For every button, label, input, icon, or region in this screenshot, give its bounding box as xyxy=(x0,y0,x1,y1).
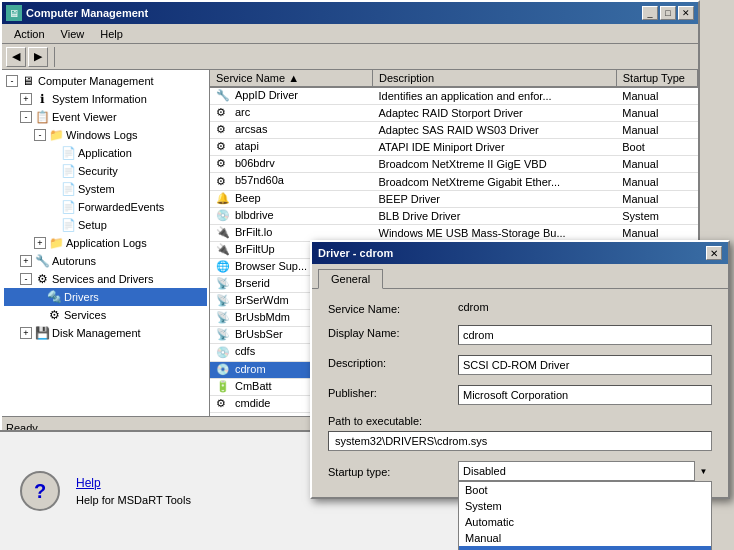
col-description[interactable]: Description xyxy=(373,70,617,87)
service-name-cell: 💿blbdrive xyxy=(210,207,373,224)
startup-dropdown-list: Boot System Automatic Manual Disabled Au… xyxy=(458,481,712,550)
dropdown-selected[interactable]: Disabled xyxy=(458,461,712,481)
tree-item-system-info[interactable]: + ℹ System Information xyxy=(4,90,207,108)
expand-icon[interactable]: - xyxy=(34,129,46,141)
startup-type-label: Startup type: xyxy=(328,464,458,478)
service-name-cell: 🔧AppID Driver xyxy=(210,87,373,105)
title-bar-buttons: _ □ ✕ xyxy=(642,6,694,20)
help-description: Help for MSDaRT Tools xyxy=(76,494,191,506)
description-row: Description: xyxy=(328,355,712,375)
tree-label: System Information xyxy=(52,93,147,105)
tree-label: Services and Drivers xyxy=(52,273,153,285)
wl-icon: 📁 xyxy=(48,127,64,143)
option-automatic[interactable]: Automatic xyxy=(459,514,711,530)
tree-item-forwarded[interactable]: 📄 ForwardedEvents xyxy=(4,198,207,216)
service-desc-cell: Identifies an application and enfor... xyxy=(373,87,617,105)
service-desc-cell: BEEP Driver xyxy=(373,190,617,207)
expand-icon[interactable]: + xyxy=(20,93,32,105)
tree-item-event-viewer[interactable]: - 📋 Event Viewer xyxy=(4,108,207,126)
service-name-value: cdrom xyxy=(458,301,712,313)
table-row[interactable]: 🔔BeepBEEP DriverManual xyxy=(210,190,698,207)
table-row[interactable]: ⚙arcAdaptec RAID Storport DriverManual xyxy=(210,105,698,122)
option-system[interactable]: System xyxy=(459,498,711,514)
tab-general[interactable]: General xyxy=(318,269,383,289)
maximize-button[interactable]: □ xyxy=(660,6,676,20)
service-desc-cell: Windows ME USB Mass-Storage Bu... xyxy=(373,224,617,241)
service-startup-cell: Manual xyxy=(616,105,697,122)
tree-item-setup[interactable]: 📄 Setup xyxy=(4,216,207,234)
tree-item-services-drivers[interactable]: - ⚙ Services and Drivers xyxy=(4,270,207,288)
service-name-cell: ⚙arcsas xyxy=(210,122,373,139)
svc-icon: ⚙ xyxy=(46,307,62,323)
table-row[interactable]: ⚙b57nd60aBroadcom NetXtreme Gigabit Ethe… xyxy=(210,173,698,190)
window-title: Computer Management xyxy=(26,7,642,19)
description-input[interactable] xyxy=(458,355,712,375)
service-desc-cell: Broadcom NetXtreme Gigabit Ether... xyxy=(373,173,617,190)
col-service-name[interactable]: Service Name ▲ xyxy=(210,70,373,87)
table-row[interactable]: ⚙arcsasAdaptec SAS RAID WS03 DriverManua… xyxy=(210,122,698,139)
tree-item-disk-management[interactable]: + 💾 Disk Management xyxy=(4,324,207,342)
option-disabled[interactable]: Disabled xyxy=(459,546,711,550)
table-row[interactable]: ⚙b06bdrvBroadcom NetXtreme II GigE VBDMa… xyxy=(210,156,698,173)
menu-help[interactable]: Help xyxy=(92,26,131,42)
display-name-input[interactable] xyxy=(458,325,712,345)
tree-label: ForwardedEvents xyxy=(78,201,164,213)
setup-icon: 📄 xyxy=(60,217,76,233)
expand-icon[interactable]: + xyxy=(20,255,32,267)
tree-item-application[interactable]: 📄 Application xyxy=(4,144,207,162)
path-input[interactable] xyxy=(328,431,712,451)
expand-icon[interactable]: + xyxy=(20,327,32,339)
path-label: Path to executable: xyxy=(328,415,712,427)
col-startup-type[interactable]: Startup Type xyxy=(616,70,697,87)
startup-type-dropdown[interactable]: Disabled ▼ Boot System Automatic Manual … xyxy=(458,461,712,481)
expand-icon[interactable]: - xyxy=(20,273,32,285)
table-row[interactable]: ⚙atapiATAPI IDE Miniport DriverBoot xyxy=(210,139,698,156)
toolbar-forward[interactable]: ▶ xyxy=(28,47,48,67)
service-startup-cell: Manual xyxy=(616,156,697,173)
publisher-input[interactable] xyxy=(458,385,712,405)
tree-label: Security xyxy=(78,165,118,177)
expand-icon[interactable]: + xyxy=(34,237,46,249)
tree-label: System xyxy=(78,183,115,195)
service-name-cell: ⚙b57nd60a xyxy=(210,173,373,190)
option-manual[interactable]: Manual xyxy=(459,530,711,546)
tree-item-drivers[interactable]: 🔩 Drivers xyxy=(4,288,207,306)
tree-item-computer-management[interactable]: - 🖥 Computer Management xyxy=(4,72,207,90)
menu-action[interactable]: Action xyxy=(6,26,53,42)
tree-label: Windows Logs xyxy=(66,129,138,141)
expand-icon[interactable]: - xyxy=(20,111,32,123)
startup-type-row: Startup type: Disabled ▼ Boot System Aut… xyxy=(328,461,712,481)
service-desc-cell: Broadcom NetXtreme II GigE VBD xyxy=(373,156,617,173)
menu-bar: Action View Help xyxy=(2,24,698,44)
service-desc-cell: Adaptec RAID Storport Driver xyxy=(373,105,617,122)
toolbar: ◀ ▶ xyxy=(2,44,698,70)
close-button[interactable]: ✕ xyxy=(678,6,694,20)
help-link[interactable]: Help xyxy=(76,476,191,490)
driver-dialog-title: Driver - cdrom xyxy=(318,247,706,259)
publisher-label: Publisher: xyxy=(328,385,458,399)
tree-item-app-logs[interactable]: + 📁 Application Logs xyxy=(4,234,207,252)
expand-icon[interactable]: - xyxy=(6,75,18,87)
dialog-close-button[interactable]: ✕ xyxy=(706,246,722,260)
service-name-cell: 🔌BrFilt.lo xyxy=(210,224,373,241)
driver-dialog: Driver - cdrom ✕ General Service Name: c… xyxy=(310,240,730,499)
dropdown-value: Disabled xyxy=(463,465,506,477)
minimize-button[interactable]: _ xyxy=(642,6,658,20)
toolbar-back[interactable]: ◀ xyxy=(6,47,26,67)
table-row[interactable]: 💿blbdriveBLB Drive DriverSystem xyxy=(210,207,698,224)
service-startup-cell: Manual xyxy=(616,87,697,105)
app-icon: 📄 xyxy=(60,145,76,161)
table-row[interactable]: 🔧AppID DriverIdentifies an application a… xyxy=(210,87,698,105)
cm-icon: 🖥 xyxy=(20,73,36,89)
display-name-row: Display Name: xyxy=(328,325,712,345)
option-boot[interactable]: Boot xyxy=(459,482,711,498)
tree-item-system[interactable]: 📄 System xyxy=(4,180,207,198)
menu-view[interactable]: View xyxy=(53,26,93,42)
tree-item-windows-logs[interactable]: - 📁 Windows Logs xyxy=(4,126,207,144)
table-row[interactable]: 🔌BrFilt.loWindows ME USB Mass-Storage Bu… xyxy=(210,224,698,241)
help-icon: ? xyxy=(20,471,60,511)
tree-item-security[interactable]: 📄 Security xyxy=(4,162,207,180)
tree-item-autoruns[interactable]: + 🔧 Autoruns xyxy=(4,252,207,270)
tree-item-services[interactable]: ⚙ Services xyxy=(4,306,207,324)
tree-label: Application xyxy=(78,147,132,159)
